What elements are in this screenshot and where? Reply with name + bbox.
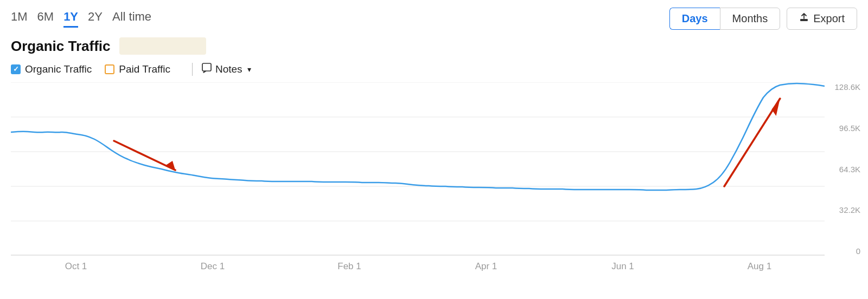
tab-6m[interactable]: 6M xyxy=(37,10,54,28)
svg-rect-0 xyxy=(202,63,211,71)
y-label-128k: 128.6K xyxy=(834,82,860,92)
tab-1m[interactable]: 1M xyxy=(11,10,28,28)
tab-alltime[interactable]: All time xyxy=(112,10,151,28)
x-label-dec: Dec 1 xyxy=(148,261,278,272)
days-button[interactable]: Days xyxy=(669,8,720,30)
organic-traffic-label: Organic Traffic xyxy=(25,63,92,75)
paid-traffic-label: Paid Traffic xyxy=(119,63,170,75)
export-label: Export xyxy=(813,12,845,25)
page-title: Organic Traffic xyxy=(11,38,111,55)
right-controls: Days Months Export xyxy=(669,8,857,30)
x-label-apr: Apr 1 xyxy=(421,261,551,272)
y-axis: 128.6K 96.5K 64.3K 32.2K 0 xyxy=(834,82,860,256)
export-icon xyxy=(799,12,809,25)
organic-traffic-legend[interactable]: Organic Traffic xyxy=(11,63,92,75)
tab-2y[interactable]: 2Y xyxy=(88,10,103,28)
main-chart xyxy=(11,82,825,256)
svg-line-9 xyxy=(724,99,780,186)
notes-icon xyxy=(201,62,212,76)
x-label-aug: Aug 1 xyxy=(694,261,825,272)
red-arrow-2 xyxy=(724,99,780,186)
tab-1y[interactable]: 1Y xyxy=(63,10,78,28)
organic-traffic-line xyxy=(11,83,825,190)
y-label-96k: 96.5K xyxy=(839,123,860,133)
paid-traffic-checkbox[interactable] xyxy=(105,64,114,74)
time-tabs: 1M 6M 1Y 2Y All time xyxy=(11,10,151,28)
months-button[interactable]: Months xyxy=(720,8,781,30)
x-label-jun: Jun 1 xyxy=(558,261,688,272)
x-label-feb: Feb 1 xyxy=(284,261,414,272)
notes-button[interactable]: Notes ▾ xyxy=(201,62,251,76)
paid-traffic-legend[interactable]: Paid Traffic xyxy=(105,63,170,75)
legend-divider xyxy=(192,63,193,76)
notes-label: Notes xyxy=(215,63,242,75)
y-label-64k: 64.3K xyxy=(839,165,860,174)
organic-traffic-checkbox[interactable] xyxy=(11,64,21,74)
y-label-0: 0 xyxy=(856,246,860,256)
title-badge xyxy=(119,37,206,55)
legend-row: Organic Traffic Paid Traffic Notes ▾ xyxy=(0,58,868,80)
notes-chevron-icon: ▾ xyxy=(247,65,251,74)
svg-marker-10 xyxy=(771,99,780,116)
y-label-32k: 32.2K xyxy=(839,205,860,214)
title-row: Organic Traffic xyxy=(0,35,868,58)
export-button[interactable]: Export xyxy=(787,8,857,30)
x-label-oct: Oct 1 xyxy=(11,261,141,272)
